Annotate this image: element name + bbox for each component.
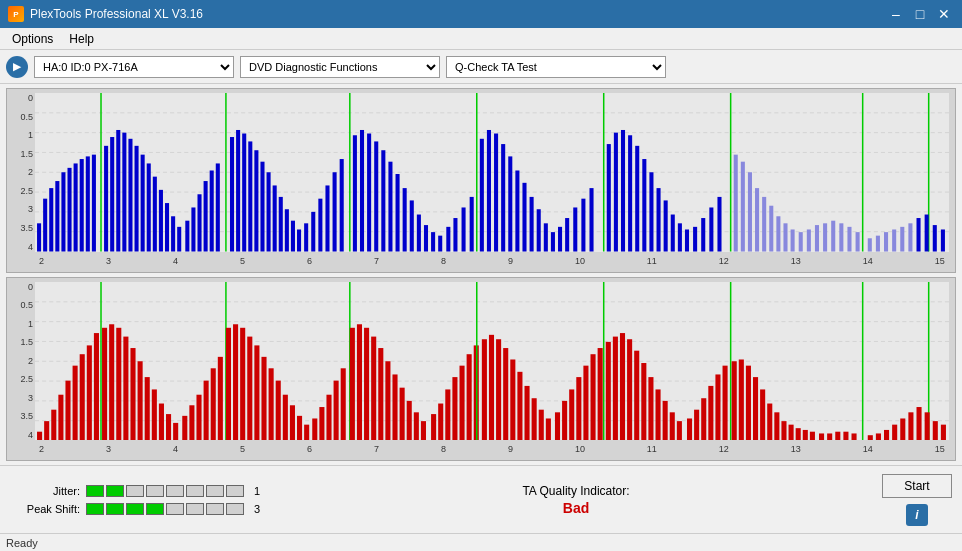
jitter-bar [86, 485, 244, 497]
svg-rect-8 [43, 199, 47, 252]
svg-rect-181 [283, 394, 288, 440]
svg-rect-211 [489, 334, 494, 440]
svg-rect-134 [917, 218, 921, 251]
info-button[interactable]: i [906, 504, 928, 526]
bottom-chart-xaxis: 2 3 4 5 6 7 8 9 10 11 12 13 14 15 [35, 440, 949, 458]
svg-rect-25 [147, 163, 151, 251]
svg-rect-213 [503, 348, 508, 440]
svg-rect-128 [868, 238, 872, 251]
svg-rect-215 [517, 371, 522, 440]
svg-rect-198 [400, 387, 405, 440]
maximize-button[interactable]: □ [910, 4, 930, 24]
svg-rect-12 [67, 168, 71, 252]
svg-rect-145 [37, 431, 42, 440]
status-text: Ready [6, 537, 38, 549]
svg-rect-228 [606, 341, 611, 440]
svg-rect-242 [708, 385, 713, 440]
test-select[interactable]: Q-Check TA Test [446, 56, 666, 78]
bottom-right: Start i [882, 474, 952, 526]
menubar: Options Help [0, 28, 962, 50]
svg-rect-159 [130, 348, 135, 440]
svg-rect-9 [49, 188, 53, 251]
jitter-seg-4 [146, 485, 164, 497]
svg-rect-217 [532, 398, 537, 440]
svg-rect-161 [145, 377, 150, 440]
jitter-seg-2 [106, 485, 124, 497]
menu-help[interactable]: Help [61, 30, 102, 48]
svg-rect-216 [524, 385, 529, 440]
svg-rect-59 [367, 134, 371, 252]
svg-rect-10 [55, 181, 59, 251]
svg-rect-230 [620, 333, 625, 440]
bottom-chart-inner [35, 282, 949, 441]
svg-rect-165 [173, 422, 178, 440]
svg-rect-222 [569, 389, 574, 440]
close-button[interactable]: ✕ [934, 4, 954, 24]
svg-rect-160 [138, 361, 143, 440]
svg-rect-131 [892, 229, 896, 251]
jitter-value: 1 [254, 485, 260, 497]
svg-rect-106 [701, 218, 705, 251]
svg-rect-244 [723, 365, 728, 440]
svg-rect-166 [182, 415, 187, 440]
top-chart-svg [35, 93, 949, 252]
svg-rect-71 [446, 227, 450, 252]
svg-rect-16 [92, 155, 96, 252]
svg-rect-212 [496, 339, 501, 440]
svg-rect-19 [110, 137, 114, 251]
menu-options[interactable]: Options [4, 30, 61, 48]
peak-seg-6 [186, 503, 204, 515]
svg-rect-189 [341, 368, 346, 440]
svg-rect-233 [641, 363, 646, 440]
svg-rect-221 [562, 400, 567, 440]
statusbar: Ready [0, 533, 962, 551]
svg-rect-117 [791, 229, 795, 251]
svg-rect-239 [687, 418, 692, 440]
svg-rect-168 [196, 394, 201, 440]
svg-rect-55 [333, 172, 337, 251]
start-button[interactable]: Start [882, 474, 952, 498]
svg-rect-224 [583, 365, 588, 440]
function-select[interactable]: DVD Diagnostic Functions [240, 56, 440, 78]
svg-rect-193 [364, 327, 369, 440]
svg-rect-98 [649, 172, 653, 251]
jitter-seg-6 [186, 485, 204, 497]
top-chart: 4 3.5 3 2.5 2 1.5 1 0.5 0 [6, 88, 956, 273]
jitter-label: Jitter: [10, 485, 80, 497]
svg-rect-192 [357, 324, 362, 440]
svg-rect-238 [677, 421, 682, 440]
svg-rect-119 [799, 232, 803, 251]
svg-rect-53 [318, 199, 322, 252]
svg-rect-80 [515, 170, 519, 251]
svg-rect-164 [166, 414, 171, 440]
device-select[interactable]: HA:0 ID:0 PX-716A [34, 56, 234, 78]
svg-rect-91 [589, 188, 593, 251]
svg-rect-202 [431, 414, 436, 440]
svg-rect-132 [900, 227, 904, 252]
svg-rect-156 [109, 324, 114, 440]
svg-rect-226 [598, 348, 603, 440]
svg-rect-93 [614, 133, 618, 252]
svg-rect-110 [741, 162, 745, 252]
svg-rect-152 [87, 345, 92, 440]
svg-rect-56 [340, 159, 344, 251]
svg-rect-129 [876, 236, 880, 252]
minimize-button[interactable]: – [886, 4, 906, 24]
svg-rect-175 [240, 327, 245, 440]
svg-rect-135 [925, 215, 929, 252]
charts-area: 4 3.5 3 2.5 2 1.5 1 0.5 0 [0, 84, 962, 465]
svg-rect-184 [304, 424, 309, 440]
app-icon: P [8, 6, 24, 22]
svg-rect-52 [311, 212, 315, 252]
jitter-seg-7 [206, 485, 224, 497]
svg-rect-72 [453, 218, 457, 251]
svg-rect-63 [396, 174, 400, 251]
ta-quality-value: Bad [563, 500, 589, 516]
bottom-chart: 4 3.5 3 2.5 2 1.5 1 0.5 0 [6, 277, 956, 462]
svg-rect-101 [671, 215, 675, 252]
svg-rect-112 [755, 188, 759, 251]
svg-rect-77 [494, 134, 498, 252]
svg-rect-133 [908, 223, 912, 251]
indicators-left: Jitter: 1 Peak Shift: [10, 485, 270, 515]
svg-rect-261 [835, 431, 840, 440]
